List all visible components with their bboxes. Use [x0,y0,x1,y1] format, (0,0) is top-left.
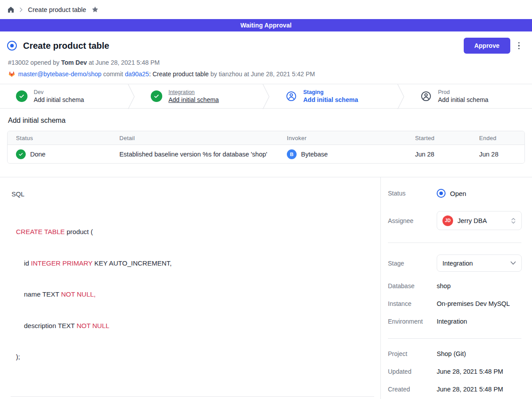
assignee-select[interactable]: JD Jerry DBA [437,211,522,230]
stage-staging[interactable]: Staging Add initial schema [270,84,397,108]
stage-select[interactable]: Integration [437,254,522,272]
approve-button[interactable]: Approve [464,38,510,54]
task-ended-text: Jun 28 [471,151,524,158]
status-banner: Waiting Approval [0,19,532,31]
user-circle-icon [420,90,432,102]
database-label: Database [388,282,437,289]
updated-label: Updated [388,368,437,375]
user-circle-icon [286,90,297,102]
stage-env-label: Prod [438,89,489,96]
divider [11,396,374,397]
chevron-down-icon [510,261,516,265]
project-label: Project [388,350,437,357]
check-circle-icon [16,149,26,159]
updated-value: June 28, 2021 5:48 PM [437,368,521,375]
stage-env-label: Dev [34,89,84,96]
instance-value[interactable]: On-premises Dev MySQL [437,300,521,307]
stage-env-label: Staging [303,89,358,96]
stage-task-label: Add initial schema [168,96,219,104]
divider [388,243,521,243]
status-label: Status [388,190,437,197]
stage-task-label: Add initial schema [438,96,489,104]
project-value[interactable]: Shop (Git) [437,350,521,357]
issue-title: Create product table [23,41,109,51]
assignee-label: Assignee [388,217,437,224]
issue-main-column: SQL CREATE TABLE product ( id INTEGER PR… [0,177,380,399]
task-section-title: Add initial schema [8,117,525,125]
task-invoker-text: Bytebase [301,151,328,158]
chevron-right-icon [19,7,23,12]
check-circle-icon [16,90,27,102]
task-section: Add initial schema Status Detail Invoker… [0,109,532,170]
sql-code-block: CREATE TABLE product ( id INTEGER PRIMAR… [16,206,370,383]
task-table-row[interactable]: Done Established baseline version %s for… [8,145,524,163]
task-started-text: Jun 28 [407,151,471,158]
gitlab-icon [8,70,16,78]
assignee-avatar: JD [442,215,453,226]
environment-value[interactable]: Integration [437,318,521,325]
stage-env-label: Integration [168,89,219,96]
breadcrumb: Create product table [0,0,532,19]
bytebase-avatar: B [287,149,297,159]
issue-sidebar: Status Open Assignee JD Jerry DBA Stage … [380,177,532,399]
sql-label: SQL [12,191,370,198]
kebab-menu-icon[interactable] [516,40,522,51]
pipeline-stages: Dev Add initial schema Integration Add i… [0,84,532,109]
instance-label: Instance [388,300,437,307]
check-circle-icon [151,90,162,102]
status-value: Open [450,190,466,197]
stage-integration[interactable]: Integration Add initial schema [135,84,262,108]
open-status-icon [437,189,446,198]
issue-meta: #13002 opened by Tom Dev at June 28, 202… [8,59,521,66]
stage-task-label: Add initial schema [303,96,358,104]
up-down-chevron-icon [511,217,516,224]
issue-header: Create product table Approve #13002 open… [0,31,532,84]
stage-separator [128,84,135,108]
star-icon[interactable] [91,6,99,13]
stage-label: Stage [388,260,437,267]
home-icon[interactable] [7,6,15,13]
created-value: June 28, 2021 5:48 PM [437,386,521,393]
commit-hash-link[interactable]: da90a25 [125,70,149,78]
task-table-header: Status Detail Invoker Started Ended [8,131,524,145]
breadcrumb-page-title[interactable]: Create product table [28,6,86,13]
divider [388,338,521,339]
commit-branch-link[interactable]: master@bytebase-demo/shop [18,70,102,78]
task-table: Status Detail Invoker Started Ended Done… [7,131,525,164]
issue-author: Tom Dev [61,59,87,66]
stage-separator [397,84,404,108]
created-label: Created [388,386,437,393]
issue-open-status-icon [7,41,17,51]
stage-prod[interactable]: Prod Add initial schema [404,84,532,108]
task-detail-text: Established baseline version %s for data… [111,151,278,158]
database-value[interactable]: shop [437,282,521,289]
task-status-text: Done [30,151,46,158]
stage-dev[interactable]: Dev Add initial schema [0,84,128,108]
stage-separator [262,84,270,108]
environment-label: Environment [388,318,437,325]
commit-line: master@bytebase-demo/shop commit da90a25… [8,70,521,78]
stage-task-label: Add initial schema [34,96,84,104]
